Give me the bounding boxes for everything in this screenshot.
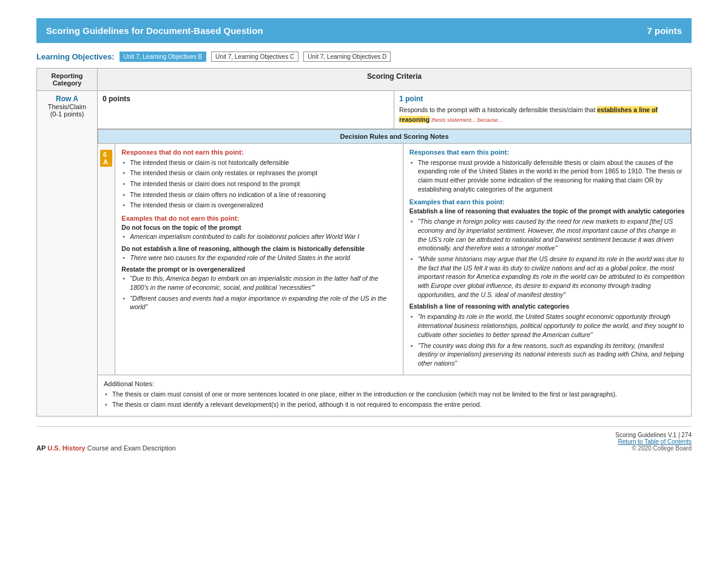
additional-notes-cell: Additional Notes: The thesis or claim mu…: [98, 375, 692, 416]
scoring-criteria-header: Scoring Criteria: [98, 69, 692, 91]
table-header-row: Reporting Category Scoring Criteria: [37, 69, 692, 91]
row-a-points-row: Row A Thesis/Claim (0-1 points) 0 points…: [37, 91, 692, 375]
list-item: The intended thesis or claim is not hist…: [121, 158, 396, 167]
footer-bar: AP U.S. History Course and Exam Descript…: [36, 426, 692, 452]
reporting-category-header: Reporting Category: [37, 69, 98, 91]
footer-right: Scoring Guidelines V.1 | 274 Return to T…: [615, 432, 692, 452]
earn-section: Responses that earn this point: The resp…: [403, 144, 691, 375]
no-earn-title: Responses that do not earn this point:: [121, 149, 396, 156]
footer-scoring-label: Scoring Guidelines V.1 |: [615, 432, 681, 438]
list-item: The thesis or claim must identify a rele…: [104, 400, 685, 409]
points-label: 7 points: [647, 25, 682, 36]
earn-examples-title: Examples that earn this point:: [410, 198, 685, 206]
list-item: "The country was doing this for a few re…: [410, 341, 685, 368]
no-earn-heading-3: Restate the prompt or is overgeneralized: [121, 266, 396, 273]
lo-tag-c: Unit 7, Learning Objectives C: [211, 52, 298, 62]
lo-label: Learning Objectives:: [36, 52, 115, 61]
lo-tag-d: Unit 7, Learning Objectives D: [303, 52, 391, 62]
no-earn-example-list-2: There were two causes for the expanded r…: [121, 253, 396, 263]
list-item: The intended thesis or claim does not re…: [121, 179, 396, 189]
list-item: The intended thesis or claim only restat…: [121, 169, 396, 178]
highlight-establishes: establishes a: [597, 106, 639, 113]
zero-points-cell: 0 points: [98, 91, 394, 129]
one-point-label: 1 point: [399, 95, 423, 103]
main-table: Reporting Category Scoring Criteria Row …: [36, 68, 692, 416]
no-earn-heading-1: Do not focus on the topic of the prompt: [121, 224, 396, 231]
one-point-description: Responds to the prompt with a historical…: [399, 105, 686, 125]
list-item: There were two causes for the expanded r…: [121, 253, 396, 263]
footer-us-history: U.S. History: [47, 444, 85, 452]
footer-course: Course and Exam Description: [87, 444, 176, 452]
lo-tag-b: Unit 7, Learning Objectives B: [120, 52, 207, 62]
no-earn-examples-title: Examples that do not earn this point:: [121, 215, 396, 222]
footer-page-number: 274: [681, 432, 692, 438]
page-title: Scoring Guidelines for Document-Based Qu…: [46, 25, 263, 36]
footer-return-link[interactable]: Return to Table of Contents: [615, 438, 692, 445]
no-earn-list: The intended thesis or claim is not hist…: [121, 158, 396, 210]
points-row: 0 points 1 point Responds to the prompt …: [98, 91, 691, 129]
one-point-cell: 1 point Responds to the prompt with a hi…: [394, 91, 691, 129]
list-item: The intended thesis or claim offers no i…: [121, 190, 396, 199]
earn-title: Responses that earn this point:: [410, 149, 685, 156]
no-earn-example-list-1: American imperialism contributed to call…: [121, 232, 396, 241]
row-a-sublabel: Thesis/Claim (0-1 points): [42, 103, 92, 118]
row-a-label: Row A: [42, 95, 92, 103]
footer-left: AP U.S. History Course and Exam Descript…: [36, 444, 176, 452]
list-item: "While some historians may argue that th…: [410, 255, 685, 299]
additional-notes-list: The thesis or claim must consist of one …: [104, 390, 685, 409]
badge-6a: 6 A: [100, 150, 112, 167]
footer-ap: AP: [36, 444, 46, 452]
learning-objectives-row: Learning Objectives: Unit 7, Learning Ob…: [36, 52, 692, 62]
decision-rules-content: 6 A Responses that do not earn this poin…: [98, 144, 691, 375]
list-item: The thesis or claim must consist of one …: [104, 390, 685, 399]
badge-cell: 6 A: [98, 144, 115, 375]
list-item: The response must provide a historically…: [410, 158, 685, 194]
header-bar: Scoring Guidelines for Document-Based Qu…: [36, 18, 692, 43]
list-item: "This change in foreign policy was cause…: [410, 217, 685, 253]
zero-points-label: 0 points: [103, 95, 133, 103]
earn-examples-intro: Establish a line of reasoning that evalu…: [410, 207, 685, 215]
no-earn-section: Responses that do not earn this point: T…: [115, 144, 403, 375]
tooltip-text: thesis statement... because...: [431, 117, 502, 123]
earn-example-list-2: "In expanding its role in the world, the…: [410, 312, 685, 367]
list-item: The intended thesis or claim is overgene…: [121, 201, 396, 210]
footer-copyright: © 2020 College Board: [632, 445, 692, 452]
earn-example-list-1: "This change in foreign policy was cause…: [410, 217, 685, 299]
no-earn-example-list-3: "Due to this, America began to embark on…: [121, 274, 396, 312]
list-item: "In expanding its role in the world, the…: [410, 312, 685, 339]
earn-list: The response must provide a historically…: [410, 158, 685, 194]
list-item: "Due to this, America began to embark on…: [121, 274, 396, 292]
list-item: American imperialism contributed to call…: [121, 232, 396, 241]
additional-notes-row: Additional Notes: The thesis or claim mu…: [37, 375, 692, 416]
row-a-category: Row A Thesis/Claim (0-1 points): [37, 91, 98, 416]
no-earn-heading-2: Do not establish a line of reasoning, al…: [121, 245, 396, 252]
scoring-criteria-cell: 0 points 1 point Responds to the prompt …: [98, 91, 692, 375]
decision-rules-header: Decision Rules and Scoring Notes: [98, 129, 691, 144]
list-item: "Different causes and events had a major…: [121, 294, 396, 312]
earn-sub-heading: Establish a line of reasoning with analy…: [410, 303, 685, 310]
additional-notes-title: Additional Notes:: [104, 380, 685, 387]
